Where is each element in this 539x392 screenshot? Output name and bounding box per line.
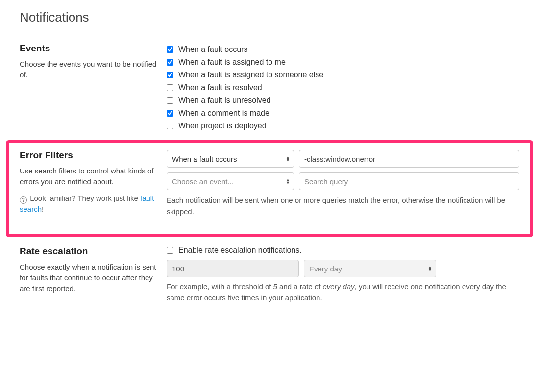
filter-row: Choose an event...▲▼ <box>167 172 519 190</box>
rate-escalation-section: Rate escalation Choose exactly when a no… <box>20 237 519 320</box>
error-filters-note: Each notification will be sent when one … <box>167 195 519 217</box>
event-checkbox-row[interactable]: When project is deployed <box>167 122 519 130</box>
event-checkbox-label: When a fault occurs <box>178 45 247 54</box>
event-checkbox-row[interactable]: When a comment is made <box>167 109 519 118</box>
page-title: Notifications <box>20 10 519 29</box>
event-checkbox[interactable] <box>167 72 173 78</box>
hint-text-prefix: Look familiar? They work just like <box>30 194 140 202</box>
event-checkbox-label: When project is deployed <box>178 122 267 130</box>
events-section: Events Choose the events you want to be … <box>20 34 519 140</box>
event-checkbox-label: When a fault is assigned to me <box>178 58 286 67</box>
question-icon: ? <box>20 196 27 204</box>
filter-query-input[interactable] <box>299 150 519 168</box>
event-checkbox[interactable] <box>167 59 173 66</box>
error-filters-highlight: Error Filters Use search filters to cont… <box>6 140 533 237</box>
event-checkbox[interactable] <box>167 97 173 104</box>
hint-text-suffix: ! <box>42 205 44 213</box>
events-description: Choose the events you want to be notifie… <box>20 59 157 80</box>
event-checkbox-row[interactable]: When a fault is assigned to someone else <box>167 71 519 79</box>
event-checkbox-row[interactable]: When a fault occurs <box>167 45 519 54</box>
event-checkbox[interactable] <box>167 122 173 129</box>
error-filters-description: Use search filters to control what kinds… <box>20 166 157 187</box>
event-checkbox-label: When a fault is unresolved <box>178 96 271 105</box>
error-filters-hint: ? Look familiar? They work just like fau… <box>20 193 157 215</box>
event-checkbox[interactable] <box>167 46 173 53</box>
event-checkbox-label: When a fault is resolved <box>178 83 262 92</box>
filter-row: When a fault occurs▲▼ <box>167 150 519 168</box>
rate-escalation-example: For example, with a threshold of 5 and a… <box>167 281 519 303</box>
event-checkbox-row[interactable]: When a fault is resolved <box>167 83 519 92</box>
filter-event-select[interactable]: When a fault occurs <box>167 150 294 168</box>
event-checkbox-label: When a fault is assigned to someone else <box>178 71 323 79</box>
filter-event-select[interactable]: Choose an event... <box>167 172 294 190</box>
rate-escalation-title: Rate escalation <box>20 246 157 257</box>
event-checkbox-label: When a comment is made <box>178 109 270 118</box>
threshold-input[interactable] <box>167 260 299 277</box>
event-checkbox[interactable] <box>167 84 173 91</box>
event-checkbox[interactable] <box>167 110 173 117</box>
rate-escalation-description: Choose exactly when a notification is se… <box>20 262 157 294</box>
filter-query-input[interactable] <box>299 172 519 190</box>
enable-rate-checkbox[interactable] <box>167 247 173 254</box>
error-filters-title: Error Filters <box>20 150 157 161</box>
event-checkbox-row[interactable]: When a fault is unresolved <box>167 96 519 105</box>
error-filters-section: Error Filters Use search filters to cont… <box>20 150 519 224</box>
enable-rate-label: Enable rate escalation notifications. <box>178 246 302 255</box>
event-checkbox-row[interactable]: When a fault is assigned to me <box>167 58 519 67</box>
period-select[interactable]: Every day <box>304 260 436 277</box>
events-title: Events <box>20 43 157 54</box>
events-checkbox-list: When a fault occursWhen a fault is assig… <box>167 43 519 130</box>
